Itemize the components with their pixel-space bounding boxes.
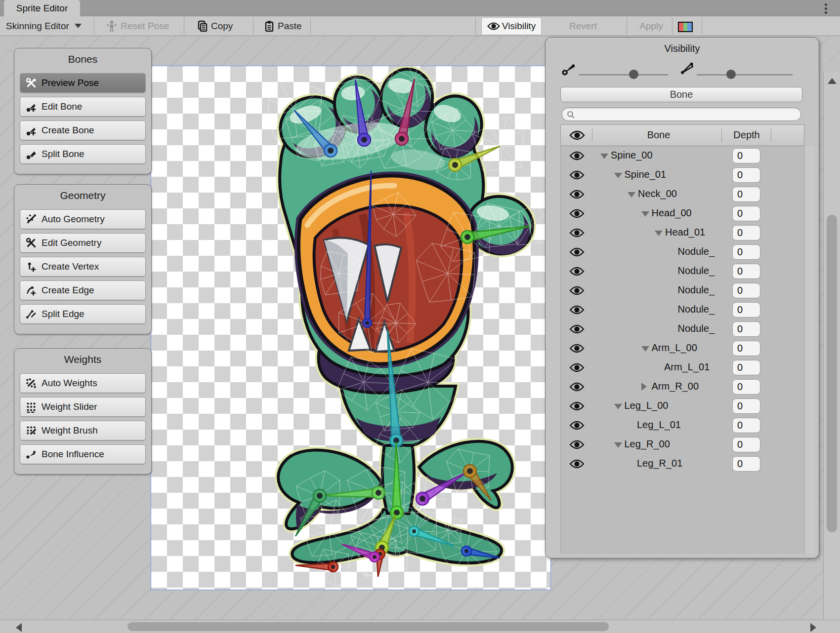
bone-row-spine-01[interactable]: Spine_01 xyxy=(561,165,805,185)
row-visibility-toggle[interactable] xyxy=(569,305,585,317)
bone-row-nodule[interactable]: Nodule_ xyxy=(561,281,805,300)
row-visibility-toggle[interactable] xyxy=(569,382,585,394)
preview-pose-button[interactable]: Preview Pose xyxy=(20,73,146,93)
bone-influence-button[interactable]: Bone Influence xyxy=(20,444,146,464)
copy-button[interactable]: Copy xyxy=(198,16,233,36)
tree-collapse-icon[interactable] xyxy=(628,192,635,198)
tab-sprite-editor[interactable]: Sprite Editor xyxy=(4,0,80,16)
auto-weights-button[interactable]: Auto Weights xyxy=(20,373,146,393)
depth-input[interactable] xyxy=(732,341,760,356)
depth-input[interactable] xyxy=(732,148,760,163)
create-vertex-button[interactable]: Create Vertex xyxy=(20,257,146,277)
tab-bone[interactable]: Bone xyxy=(560,87,802,102)
depth-input[interactable] xyxy=(732,437,760,452)
row-visibility-toggle[interactable] xyxy=(569,420,585,433)
row-visibility-toggle[interactable] xyxy=(569,362,585,375)
tree-expand-icon[interactable] xyxy=(641,383,647,391)
scroll-right-icon[interactable] xyxy=(810,623,816,632)
row-visibility-toggle[interactable] xyxy=(569,151,585,163)
row-visibility-toggle[interactable] xyxy=(569,247,585,259)
scroll-up-icon[interactable] xyxy=(828,78,837,84)
sprite-canvas[interactable] xyxy=(151,66,551,590)
tree-collapse-icon[interactable] xyxy=(641,211,649,217)
depth-input[interactable] xyxy=(732,283,760,298)
bone-row-arm-l-01[interactable]: Arm_L_01 xyxy=(561,358,805,377)
scroll-left-icon[interactable] xyxy=(16,623,22,632)
horizontal-scrollbar[interactable] xyxy=(0,620,840,633)
split-bone-button[interactable]: Split Bone xyxy=(20,144,146,164)
row-visibility-toggle[interactable] xyxy=(569,228,585,240)
depth-input[interactable] xyxy=(732,418,760,433)
skinning-editor-dropdown[interactable]: Skinning Editor xyxy=(6,16,82,36)
auto-geometry-button[interactable]: Auto Geometry xyxy=(20,209,146,229)
depth-input[interactable] xyxy=(732,244,760,260)
vertical-scrollbar-thumb[interactable] xyxy=(827,215,837,532)
bone-row-leg-r-01[interactable]: Leg_R_01 xyxy=(561,454,805,474)
depth-input[interactable] xyxy=(732,302,760,317)
rgb-channels-button[interactable] xyxy=(678,22,693,32)
tree-collapse-icon[interactable] xyxy=(655,231,663,236)
bone-row-neck-00[interactable]: Neck_00 xyxy=(561,185,805,204)
paste-button[interactable]: Paste xyxy=(264,16,302,36)
depth-input[interactable] xyxy=(732,187,760,202)
tree-collapse-icon[interactable] xyxy=(614,442,622,448)
tree-collapse-icon[interactable] xyxy=(614,173,622,178)
tree-collapse-icon[interactable] xyxy=(600,154,608,159)
bone-row-leg-l-00[interactable]: Leg_L_00 xyxy=(561,396,805,416)
horizontal-scrollbar-thumb[interactable] xyxy=(127,622,609,631)
depth-input[interactable] xyxy=(732,225,760,240)
edit-bone-button[interactable]: Edit Bone xyxy=(20,97,146,117)
search-input[interactable] xyxy=(577,109,795,120)
row-visibility-toggle[interactable] xyxy=(569,343,585,356)
row-visibility-toggle[interactable] xyxy=(569,324,585,336)
tree-collapse-icon[interactable] xyxy=(614,404,622,409)
bone-opacity-slider-knob[interactable] xyxy=(629,70,638,79)
depth-input[interactable] xyxy=(732,379,760,395)
tree-collapse-icon[interactable] xyxy=(641,346,649,352)
revert-button[interactable]: Revert xyxy=(546,16,620,36)
row-visibility-toggle[interactable] xyxy=(569,189,585,201)
window-menu-icon[interactable] xyxy=(822,2,829,15)
vertical-scrollbar[interactable] xyxy=(823,72,840,633)
depth-input[interactable] xyxy=(732,398,760,414)
bone-row-leg-l-01[interactable]: Leg_L_01 xyxy=(561,416,805,435)
row-visibility-toggle[interactable] xyxy=(569,459,585,471)
create-bone-button[interactable]: Create Bone xyxy=(20,120,146,140)
split-edge-button[interactable]: Split Edge xyxy=(20,304,146,324)
row-visibility-toggle[interactable] xyxy=(569,439,585,452)
depth-input[interactable] xyxy=(732,456,760,472)
create-edge-button[interactable]: Create Edge xyxy=(20,280,146,300)
bone-row-nodule[interactable]: Nodule_ xyxy=(561,319,805,339)
bone-row-spine-00[interactable]: Spine_00 xyxy=(561,146,805,165)
row-visibility-toggle[interactable] xyxy=(569,170,585,182)
column-header-depth[interactable]: Depth xyxy=(731,129,762,141)
row-visibility-toggle[interactable] xyxy=(569,208,585,221)
bone-row-nodule[interactable]: Nodule_ xyxy=(561,242,805,262)
depth-input[interactable] xyxy=(732,167,760,183)
bone-row-leg-r-00[interactable]: Leg_R_00 xyxy=(561,435,805,454)
row-visibility-toggle[interactable] xyxy=(569,285,585,298)
bone-opacity-slider[interactable] xyxy=(579,74,668,76)
eye-column-icon[interactable] xyxy=(569,130,585,141)
depth-input[interactable] xyxy=(732,264,760,279)
depth-input[interactable] xyxy=(732,321,760,337)
reset-pose-button[interactable]: Reset Pose xyxy=(106,16,169,36)
edit-geometry-button[interactable]: Edit Geometry xyxy=(20,233,146,253)
mesh-opacity-slider-knob[interactable] xyxy=(726,70,736,79)
apply-button[interactable]: Apply xyxy=(631,16,671,36)
row-visibility-toggle[interactable] xyxy=(569,266,585,278)
column-header-bone[interactable]: Bone xyxy=(639,129,678,141)
bone-row-head-01[interactable]: Head_01 xyxy=(561,223,805,242)
bone-row-arm-l-00[interactable]: Arm_L_00 xyxy=(561,339,805,358)
mesh-opacity-slider[interactable] xyxy=(697,74,793,76)
weight-brush-button[interactable]: Weight Brush xyxy=(20,421,146,440)
bone-row-nodule[interactable]: Nodule_ xyxy=(561,262,805,281)
bone-row-head-00[interactable]: Head_00 xyxy=(561,204,805,223)
depth-input[interactable] xyxy=(732,360,760,375)
row-visibility-toggle[interactable] xyxy=(569,401,585,413)
depth-input[interactable] xyxy=(732,206,760,221)
visibility-toggle-button[interactable]: Visibility xyxy=(482,18,541,35)
bone-row-arm-r-00[interactable]: Arm_R_00 xyxy=(561,377,805,396)
bone-row-nodule[interactable]: Nodule_ xyxy=(561,300,805,319)
weight-slider-button[interactable]: Weight Slider xyxy=(20,397,146,417)
